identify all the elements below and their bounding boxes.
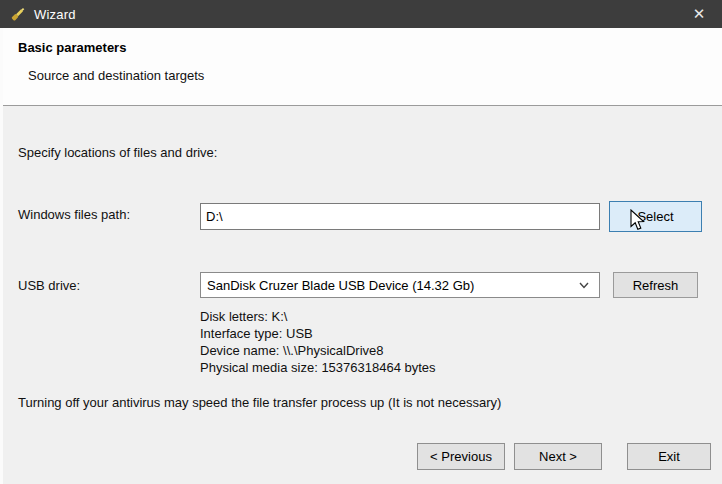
instruction-text: Specify locations of files and drive: (18, 145, 217, 160)
windows-files-path-label: Windows files path: (18, 207, 130, 222)
title-bar: Wizard ✕ (0, 0, 722, 28)
select-button-label: Select (637, 209, 673, 224)
previous-button-label: < Previous (430, 449, 492, 464)
usb-drive-label: USB drive: (18, 278, 80, 293)
refresh-button[interactable]: Refresh (613, 272, 698, 298)
exit-button[interactable]: Exit (627, 443, 711, 470)
page-subtitle: Source and destination targets (28, 68, 204, 83)
window-title: Wizard (34, 7, 76, 22)
usb-drive-selected-option: SanDisk Cruzer Blade USB Device (14.32 G… (207, 278, 577, 293)
window-left-edge (0, 28, 3, 484)
next-button-label: Next > (539, 449, 577, 464)
antivirus-note: Turning off your antivirus may speed the… (18, 395, 501, 410)
select-button[interactable]: Select (609, 201, 702, 232)
drive-detail-media-size: Physical media size: 15376318464 bytes (200, 359, 436, 376)
usb-drive-dropdown[interactable]: SanDisk Cruzer Blade USB Device (14.32 G… (200, 272, 600, 298)
next-button[interactable]: Next > (514, 443, 602, 470)
close-icon: ✕ (693, 5, 706, 23)
drive-detail-interface-type: Interface type: USB (200, 325, 436, 342)
drive-detail-disk-letters: Disk letters: K:\ (200, 308, 436, 325)
close-button[interactable]: ✕ (676, 0, 722, 28)
wizard-window: Wizard ✕ Basic parameters Source and des… (0, 0, 722, 484)
drive-details: Disk letters: K:\ Interface type: USB De… (200, 308, 436, 376)
drive-detail-device-name: Device name: \\.\PhysicalDrive8 (200, 342, 436, 359)
chevron-down-icon (577, 278, 591, 292)
page-title: Basic parameters (18, 40, 126, 55)
refresh-button-label: Refresh (633, 278, 679, 293)
windows-files-path-input[interactable] (200, 203, 600, 230)
exit-button-label: Exit (658, 449, 680, 464)
previous-button[interactable]: < Previous (417, 443, 505, 470)
screwdriver-icon (9, 5, 27, 23)
wizard-header: Basic parameters Source and destination … (0, 28, 722, 106)
